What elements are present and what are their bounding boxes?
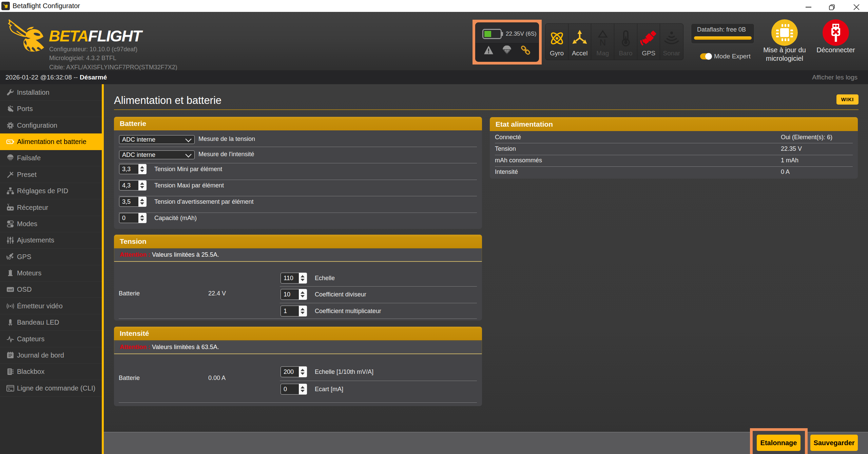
svg-text:osd: osd xyxy=(8,288,13,291)
svg-text:N: N xyxy=(599,37,606,47)
